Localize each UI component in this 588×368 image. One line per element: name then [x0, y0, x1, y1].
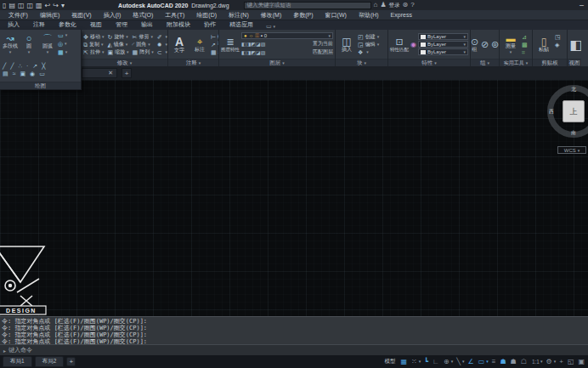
draw-extra-tool[interactable]: ╱ — [3, 63, 6, 70]
clipboard-panel-label[interactable]: 剪贴板 — [533, 59, 567, 66]
layers-panel-label[interactable]: 图层▾ — [219, 59, 335, 66]
block-tool[interactable]: ◰ 创建 ▾ — [358, 33, 379, 41]
viewcube-top-face[interactable]: 上 — [563, 100, 585, 122]
ribbon-tab[interactable]: 精选应用 — [223, 20, 259, 30]
ribbon-tab[interactable]: 附加模块 — [161, 20, 196, 30]
ribbon-display-toggle[interactable]: ▭ ▾ — [266, 23, 275, 30]
status-toggle-icon[interactable]: ╲ ▾ — [456, 356, 464, 367]
modify-tool[interactable]: ◭ 镜像 ▾ — [107, 41, 128, 48]
make-current-label[interactable]: 置为当前 — [313, 40, 333, 48]
draw-side-tool[interactable]: ▦▾ — [58, 48, 67, 56]
status-toggle-icon[interactable]: ⁙ ▾ — [411, 356, 421, 367]
group-tool[interactable]: ⊘ — [481, 39, 489, 49]
qat-icon[interactable]: ◫ — [18, 2, 25, 10]
menu-item[interactable]: 视图(V) — [66, 11, 96, 20]
view-panel-label[interactable]: 视图 — [568, 59, 581, 66]
block-panel-label[interactable]: 块▾ — [336, 59, 387, 66]
modify-tool[interactable]: ✥ 移动 ▾ — [83, 33, 104, 41]
add-layout-button[interactable]: + — [66, 357, 76, 366]
match-properties-tool[interactable]: ⊡ 特性匹配 — [390, 37, 409, 53]
modify-tool[interactable]: ✂ 修剪 ▾ — [133, 33, 154, 41]
draw-extra-tool[interactable]: ╱ — [10, 63, 14, 70]
modify-tool[interactable]: ◜ 圆角 ▾ — [133, 41, 154, 48]
status-toggle-icon[interactable]: ☗ ▾ — [500, 356, 506, 367]
file-tab-drawing2[interactable]: ✕ — [82, 68, 117, 78]
status-toggle-icon[interactable]: ☖ ▾ — [521, 356, 528, 367]
draw-extra-tool[interactable]: · — [26, 63, 28, 70]
search-input[interactable]: 键入关键字或短语 — [244, 2, 371, 9]
annotation-tool[interactable]: ▦ 表格 ▾ — [211, 48, 218, 56]
menu-item[interactable]: 编辑(E) — [35, 11, 65, 20]
group-tool[interactable]: ⊙ 组 — [471, 37, 479, 53]
ribbon-tab[interactable]: 输出 — [135, 20, 159, 30]
menu-item[interactable]: 工具(T) — [160, 11, 189, 20]
menu-item[interactable]: 窗口(W) — [320, 11, 352, 20]
status-toggle-icon[interactable]: + ▾ — [559, 356, 564, 367]
draw-side-tool[interactable]: ▭▾ — [58, 31, 67, 39]
modify-tool[interactable]: ↻ 旋转 ▾ — [107, 33, 128, 41]
color-wheel-icon[interactable]: ◉ — [410, 41, 416, 48]
qat-icon[interactable]: ▤ — [8, 2, 15, 10]
layer-tool-icon[interactable]: ▨ — [261, 50, 266, 55]
draw-tool[interactable]: ○ 圆 ▾ — [20, 33, 37, 55]
clipboard-tool[interactable]: ◳ — [555, 33, 561, 41]
match-layer-label[interactable]: 匹配图层 — [313, 48, 333, 56]
model-space-label[interactable]: 模型 — [385, 358, 396, 365]
menu-item[interactable]: Express — [386, 12, 417, 18]
properties-panel-label[interactable]: 特性▾ — [388, 59, 470, 66]
layout-tab[interactable]: 布局1 — [3, 356, 32, 367]
draw-extra-tool[interactable]: ∴ — [18, 63, 21, 70]
modify-tool[interactable]: ✐ ▾ — [157, 33, 167, 41]
command-input[interactable]: ▸ 键入命令 — [0, 344, 588, 355]
annotation-tool[interactable]: ↗ 引线 ▾ — [211, 41, 218, 48]
apps-icon[interactable]: ⊛ — [403, 1, 409, 9]
layout-tab[interactable]: 布局2 — [35, 356, 65, 367]
menu-item[interactable]: 帮助(H) — [353, 11, 384, 20]
text-tool[interactable]: A 文字 — [170, 36, 189, 54]
modify-tool[interactable]: ✹ ▾ — [157, 41, 167, 48]
layer-properties-tool[interactable]: ≣ 图层特性 — [221, 37, 240, 53]
draw-tool[interactable]: ↝ 多段线 ▾ — [2, 33, 19, 55]
command-history[interactable]: 令: 指定对角点或 [栏选(F)/圈围(WP)/圈交(CP)]:令: 指定对角点… — [0, 316, 588, 344]
layer-tool-icon[interactable]: ▨ — [261, 42, 266, 47]
menu-item[interactable]: 修改(M) — [256, 11, 287, 20]
qat-icon[interactable]: ◫ — [27, 2, 34, 10]
wcs-selector[interactable]: WCS▾ — [557, 146, 586, 154]
ribbon-tab[interactable]: 管理 — [110, 20, 133, 30]
draw-extra-tool[interactable]: ▤ — [3, 71, 8, 77]
ribbon-tab[interactable]: 插入 — [2, 20, 25, 30]
menu-item[interactable]: 文件(F) — [3, 11, 33, 20]
utility-tool[interactable]: ▩ — [522, 41, 528, 48]
qat-icon[interactable]: ↩ — [45, 2, 51, 10]
draw-panel-label[interactable]: 绘图 — [0, 82, 81, 89]
viewcube-south[interactable]: 南 — [571, 129, 576, 137]
insert-block-tool[interactable]: ◫ 插入 — [337, 37, 356, 53]
drawing-canvas[interactable]: 北 西 南 上 WCS▾ DESIGN — [0, 80, 588, 316]
group-tool[interactable]: ⊚ — [491, 39, 500, 49]
status-toggle-icon[interactable]: ☗ ▾ — [511, 356, 517, 367]
qat-icon[interactable]: ↪ — [53, 2, 59, 10]
draw-extra-tool[interactable]: ▣ — [20, 71, 25, 77]
status-toggle-icon[interactable]: ∠ ▾ — [468, 356, 475, 367]
annotation-tool[interactable]: ⊢ 线性 ▾ — [211, 33, 218, 41]
utility-tool[interactable]: ⊿ — [522, 33, 528, 41]
modify-tool[interactable]: ▦ 阵列 ▾ — [133, 48, 154, 56]
status-toggle-icon[interactable]: ▭ ▾ — [478, 356, 489, 367]
help-icon[interactable]: ? — [410, 1, 414, 9]
signin-label[interactable]: 登录 — [389, 2, 400, 9]
draw-extra-tool[interactable]: ↗ — [32, 63, 37, 70]
draw-tool[interactable]: ⌒ 圆弧 ▾ — [39, 33, 56, 55]
group-panel-label[interactable]: 组▾ — [471, 59, 499, 66]
modify-tool[interactable]: ⇱ 拉伸 ▾ — [83, 48, 104, 56]
menu-item[interactable]: 标注(N) — [223, 11, 254, 20]
qat-icon[interactable]: ▥ — [36, 2, 42, 10]
status-toggle-icon[interactable]: ┗ ▾ — [424, 356, 429, 367]
ribbon-tab[interactable]: 注释 — [27, 20, 51, 30]
modify-tool[interactable]: ⧉ 复制 ▾ — [83, 41, 104, 48]
clipboard-tool[interactable]: ◈ — [555, 41, 561, 48]
new-tab-button[interactable]: + — [122, 68, 132, 78]
minimize-button[interactable]: – — [580, 1, 585, 9]
status-toggle-icon[interactable]: ⊕ ▾ — [444, 356, 453, 367]
menu-item[interactable]: 参数(P) — [288, 11, 318, 20]
ribbon-tab[interactable]: 参数化 — [53, 20, 82, 30]
